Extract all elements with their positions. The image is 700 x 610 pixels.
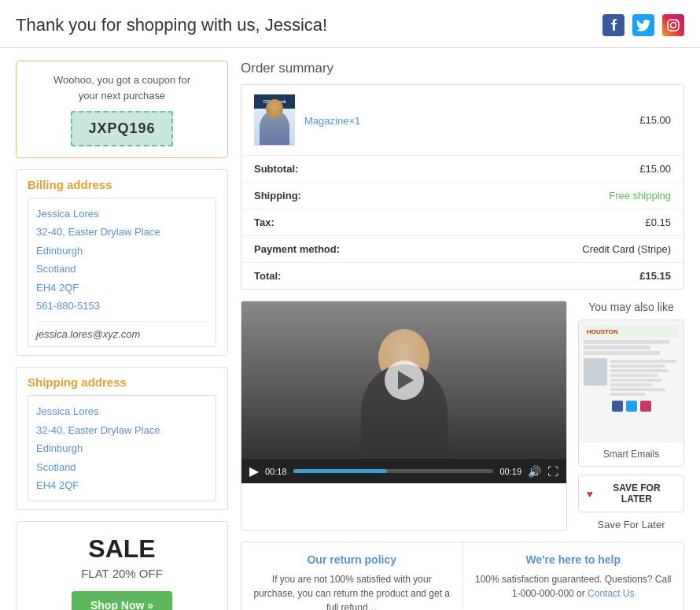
page-header: Thank you for shopping with us, Jessica!: [0, 0, 700, 48]
help-col: We're here to help 100% satisfaction gua…: [463, 542, 684, 610]
product-preview-card: HOUSTON: [578, 320, 684, 467]
video-time-total: 00:19: [499, 467, 521, 476]
svg-point-1: [671, 23, 676, 28]
billing-postcode: EH4 2QF: [36, 282, 79, 294]
product-price: £15.00: [639, 114, 671, 126]
shipping-region: Scotland: [36, 461, 76, 473]
billing-address-inner: Jessica Lores 32-40, Easter Drylaw Place…: [28, 198, 216, 347]
preview-product-area: [584, 358, 679, 396]
video-progress-fill: [293, 469, 388, 473]
product-name-link[interactable]: Magazine×1: [304, 115, 360, 127]
play-control-icon[interactable]: ▶: [249, 464, 259, 479]
coupon-box: Woohoo, you got a coupon for your next p…: [16, 61, 228, 158]
sale-subtitle: FLAT 20% OFF: [29, 567, 215, 580]
play-triangle-icon: [398, 371, 414, 390]
tax-row: Tax: £0.15: [241, 209, 683, 236]
billing-address-box: Billing address Jessica Lores 32-40, Eas…: [16, 169, 228, 356]
video-time-current: 00:18: [265, 467, 287, 476]
product-preview-image: HOUSTON: [579, 320, 683, 442]
instagram-icon[interactable]: [662, 14, 684, 36]
return-policy-text: If you are not 100% satisfied with your …: [252, 572, 451, 610]
shipping-heading: Shipping address: [28, 375, 216, 389]
page-title: Thank you for shopping with us, Jessica!: [16, 15, 327, 35]
shipping-address-inner: Jessica Lores 32-40, Easter Drylaw Place…: [28, 395, 216, 501]
video-container: [241, 301, 566, 459]
svg-point-2: [676, 21, 678, 23]
right-column: Order summary CIO Outlook: [241, 61, 684, 610]
preview-ig-icon: [640, 401, 651, 412]
shipping-address-box: Shipping address Jessica Lores 32-40, Ea…: [16, 367, 228, 510]
heart-icon: ♥: [587, 488, 593, 500]
return-policy-title: Our return policy: [252, 553, 451, 566]
fullscreen-icon[interactable]: ⛶: [547, 465, 558, 478]
shop-now-button[interactable]: Shop Now »: [72, 591, 172, 610]
video-play-button[interactable]: [385, 360, 424, 400]
video-progress-bar[interactable]: [293, 469, 494, 473]
coupon-code: JXPQ196: [71, 111, 172, 146]
order-box: CIO Outlook Magazine×1 £15.00: [241, 84, 684, 290]
shipping-address1: 32-40, Easter Drylaw Place: [36, 424, 160, 436]
shipping-row: Shipping: Free shipping: [241, 183, 683, 209]
shipping-postcode: EH4 2QF: [36, 479, 79, 491]
help-text: 100% satisfaction guaranteed. Questions?…: [474, 572, 673, 601]
info-row: Our return policy If you are not 100% sa…: [241, 542, 684, 610]
media-row: ▶ 00:18 00:19 🔊 ⛶ You may also like HO: [241, 301, 684, 531]
order-item-row: CIO Outlook Magazine×1 £15.00: [241, 85, 683, 156]
preview-product-img: [584, 358, 607, 386]
preview-tw-icon: [626, 401, 637, 412]
preview-header: HOUSTON: [584, 325, 679, 338]
billing-city: Edinburgh: [36, 245, 83, 257]
payment-method-row: Payment method: Credit Card (Stripe): [241, 236, 683, 263]
preview-content-lines: [584, 340, 679, 355]
order-detail-rows: Subtotal: £15.00 Shipping: Free shipping…: [241, 156, 683, 289]
save-for-later-text: Save For Later: [578, 519, 684, 531]
sale-box: SALE FLAT 20% OFF Shop Now »: [16, 521, 228, 610]
billing-region: Scotland: [36, 263, 76, 275]
billing-address1: 32-40, Easter Drylaw Place: [36, 226, 160, 238]
product-img-body: [254, 109, 295, 146]
return-policy-col: Our return policy If you are not 100% sa…: [241, 542, 463, 610]
social-icons-group: [602, 14, 684, 36]
help-title: We're here to help: [474, 553, 673, 566]
coupon-text: Woohoo, you got a coupon for your next p…: [29, 72, 215, 103]
volume-icon[interactable]: 🔊: [528, 465, 541, 478]
shipping-name: Jessica Lores: [36, 405, 98, 417]
billing-name: Jessica Lores: [36, 208, 98, 220]
main-content: Woohoo, you got a coupon for your next p…: [0, 48, 700, 610]
save-for-later-button[interactable]: ♥ SAVE FOR LATER: [578, 475, 684, 512]
product-image: CIO Outlook: [254, 94, 295, 146]
billing-phone: 561-880-5153: [36, 300, 100, 312]
product-info: Magazine×1: [304, 114, 360, 127]
product-preview-label: Smart Emails: [579, 442, 683, 466]
preview-icons-row: [584, 401, 679, 412]
order-summary-section: Order summary CIO Outlook: [241, 61, 684, 290]
order-summary-title: Order summary: [241, 61, 684, 76]
total-row: Total: £15.15: [241, 263, 683, 289]
left-column: Woohoo, you got a coupon for your next p…: [16, 61, 228, 610]
billing-heading: Billing address: [28, 178, 216, 191]
subtotal-row: Subtotal: £15.00: [241, 156, 683, 183]
video-box: ▶ 00:18 00:19 🔊 ⛶: [241, 301, 567, 531]
preview-details: [610, 358, 679, 396]
video-controls: ▶ 00:18 00:19 🔊 ⛶: [241, 459, 566, 483]
you-may-like-title: You may also like: [578, 301, 684, 313]
you-may-like-section: You may also like HOUSTON: [578, 301, 684, 531]
shipping-city: Edinburgh: [36, 442, 83, 454]
sale-title: SALE: [29, 534, 215, 564]
preview-fb-icon: [612, 401, 623, 412]
facebook-icon[interactable]: [602, 14, 624, 36]
billing-email: jessica.lores@xyz.com: [36, 321, 208, 340]
contact-us-link[interactable]: Contact Us: [588, 588, 634, 599]
twitter-icon[interactable]: [632, 14, 654, 36]
